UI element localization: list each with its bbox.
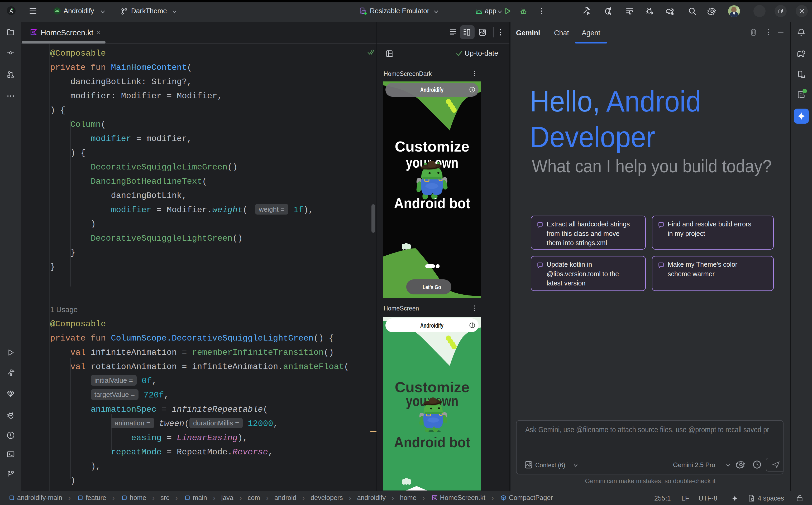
svg-text:Androidify: Androidify xyxy=(420,322,444,329)
svg-text:Androidify: Androidify xyxy=(420,87,444,93)
svg-text:Android bot: Android bot xyxy=(394,195,470,211)
svg-text:Let's Go: Let's Go xyxy=(423,284,441,291)
svg-text:Android bot: Android bot xyxy=(394,434,470,451)
svg-text:Customize: Customize xyxy=(395,138,470,155)
